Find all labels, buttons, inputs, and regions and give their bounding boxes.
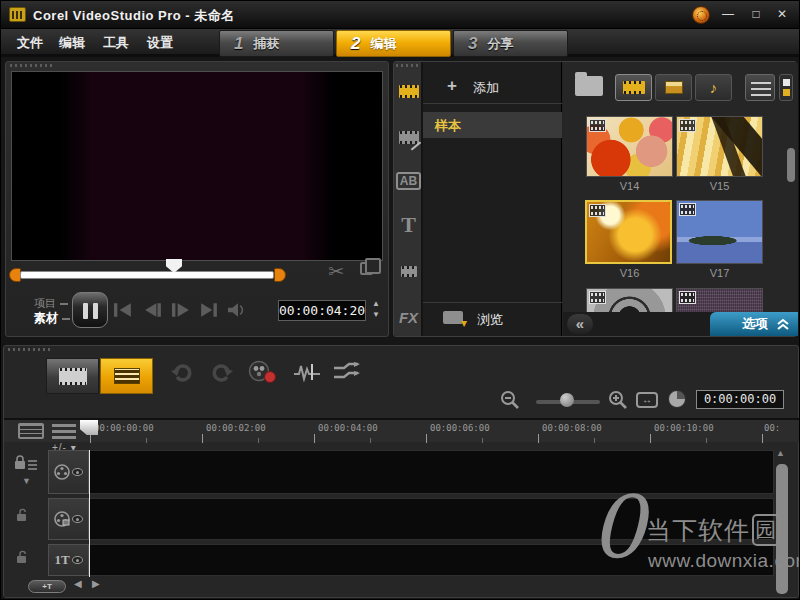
track-manager-icon[interactable] [18, 423, 44, 439]
timeline-view-button[interactable] [100, 358, 153, 394]
media-thumbnail-v15[interactable] [676, 116, 763, 177]
category-title-icon[interactable]: T [396, 212, 421, 238]
tab-edit[interactable]: 2 编辑 [336, 30, 451, 57]
browse-icon: ▾ [443, 311, 463, 324]
timecode-stepper[interactable]: ▲ ▼ [370, 298, 382, 322]
menu-tools[interactable]: 工具 [97, 29, 135, 57]
minimize-button[interactable]: — [717, 6, 739, 23]
stepper-up-icon[interactable]: ▲ [372, 299, 380, 308]
record-capture-icon[interactable] [248, 360, 278, 384]
video-filter-icon [623, 81, 645, 94]
previous-frame-button[interactable] [144, 303, 166, 317]
fit-project-icon[interactable]: ↔ [636, 392, 658, 408]
duration-clock-icon[interactable] [668, 390, 686, 408]
playhead-line [89, 450, 90, 577]
track-visibility-eye-icon[interactable] [72, 468, 83, 476]
pause-button[interactable] [72, 292, 108, 328]
preview-timecode[interactable]: 00:00:04:20 [278, 300, 366, 321]
redo-icon[interactable] [210, 362, 234, 382]
thumbnail-label: V17 [676, 267, 763, 279]
menu-settings[interactable]: 设置 [141, 29, 179, 57]
video-track[interactable] [89, 450, 774, 494]
library-folder-sample[interactable]: 样本 [423, 112, 562, 138]
options-button[interactable]: 选项 [710, 312, 798, 336]
tab-share[interactable]: 3 分享 [453, 30, 568, 57]
list-view-icon [751, 81, 771, 96]
media-thumbnail-v14[interactable] [586, 116, 673, 177]
sound-mixer-icon[interactable] [294, 362, 320, 382]
split-clip-icon[interactable]: ✂ [328, 260, 344, 283]
zoom-in-icon[interactable] [608, 390, 628, 410]
enlarge-preview-icon[interactable] [360, 262, 373, 275]
stepper-down-icon[interactable]: ▼ [372, 310, 380, 319]
media-thumbnail-v16-selected[interactable] [585, 200, 672, 264]
ripple-editing-icon[interactable] [332, 362, 360, 382]
trim-bar[interactable] [20, 271, 274, 279]
gallery-scrollbar[interactable] [787, 148, 795, 182]
timeline-timecode[interactable]: 0:00:00:00 [696, 390, 784, 409]
filter-audio-button[interactable]: ♪ [695, 74, 732, 101]
maximize-button[interactable]: □ [745, 6, 767, 23]
filter-photo-button[interactable] [655, 74, 692, 101]
scroll-right-icon[interactable]: ▶ [92, 578, 100, 589]
scroll-up-icon[interactable]: ▲ [776, 448, 785, 458]
import-folder-icon[interactable] [575, 76, 603, 96]
collapse-panel-icon[interactable]: « [567, 314, 593, 334]
media-thumbnail-partial[interactable] [586, 288, 673, 314]
ruler-label: 00: [764, 423, 780, 433]
filter-video-button[interactable] [615, 74, 652, 101]
time-ruler[interactable]: 00:00:00:00 00:00:02:00 00:00:04:00 00:0… [88, 420, 800, 444]
storyboard-icon [59, 368, 87, 385]
home-button[interactable] [114, 303, 136, 317]
add-folder-button[interactable]: + 添加 [423, 70, 562, 104]
category-ab-transition-icon[interactable]: AB [396, 168, 421, 194]
category-filter-fx-icon[interactable]: FX [396, 304, 421, 330]
music-note-icon: ♪ [710, 79, 718, 96]
category-media-icon[interactable] [396, 78, 421, 104]
overlay-track-lock-icon[interactable] [16, 508, 32, 522]
chevrons-up-icon [776, 318, 790, 331]
next-frame-button[interactable] [172, 303, 194, 317]
media-thumbnail-partial[interactable] [676, 288, 763, 314]
downxia-logo: 0 [590, 484, 645, 570]
end-button[interactable] [200, 303, 222, 317]
timeline-ruler-row: 00:00:00:00 00:00:02:00 00:00:04:00 00:0… [4, 418, 800, 442]
preview-panel: ✂ 项目 素材 00:00:04:20 ▲ ▼ [5, 61, 389, 337]
title-track-lock-icon[interactable] [16, 550, 32, 564]
zoom-out-icon[interactable] [500, 390, 520, 410]
track-visibility-eye-icon[interactable] [72, 515, 83, 523]
category-strip: AB T FX [394, 62, 423, 336]
title-track-header[interactable]: 1T [48, 544, 89, 576]
overlay-track-header[interactable] [48, 498, 89, 540]
title-bar: Corel VideoStudio Pro - 未命名 — □ ✕ [1, 1, 800, 29]
zoom-slider-thumb[interactable] [560, 393, 574, 407]
sort-view-button[interactable] [779, 74, 793, 101]
track-list-icon[interactable] [52, 423, 76, 439]
ruler-label: 00:00:06:00 [430, 423, 490, 433]
list-view-button[interactable] [745, 74, 775, 101]
expand-tracks-icon[interactable]: ▼ [22, 476, 31, 486]
clip-mode-label[interactable]: 素材 [34, 311, 70, 326]
close-button[interactable]: ✕ [771, 6, 793, 23]
undo-icon[interactable] [170, 362, 194, 382]
lock-all-tracks-icon[interactable] [14, 454, 38, 472]
category-graphic-icon[interactable] [396, 258, 421, 284]
volume-icon[interactable] [228, 303, 250, 317]
window-title: Corel VideoStudio Pro - 未命名 [33, 7, 235, 25]
menu-edit[interactable]: 编辑 [53, 29, 91, 57]
storyboard-view-button[interactable] [46, 358, 99, 394]
project-mode-label[interactable]: 项目 [34, 296, 70, 311]
browse-button[interactable]: ▾ 浏览 [423, 302, 562, 332]
tab-capture[interactable]: 1 捕获 [219, 30, 334, 57]
track-visibility-eye-icon[interactable] [72, 556, 83, 564]
video-track-header[interactable] [48, 450, 89, 494]
trim-end-handle[interactable] [274, 268, 286, 282]
media-thumbnail-v17[interactable] [676, 200, 763, 264]
menu-file[interactable]: 文件 [11, 29, 49, 57]
library-panel: AB T FX + 添加 样本 ▾ 浏览 [393, 61, 797, 337]
track-swap-button[interactable]: +T [28, 580, 66, 593]
playback-mode: 项目 素材 [34, 296, 70, 326]
scroll-left-icon[interactable]: ◀ [74, 578, 82, 589]
category-transition-icon[interactable] [396, 124, 421, 150]
ruler-label: 00:00:04:00 [318, 423, 378, 433]
